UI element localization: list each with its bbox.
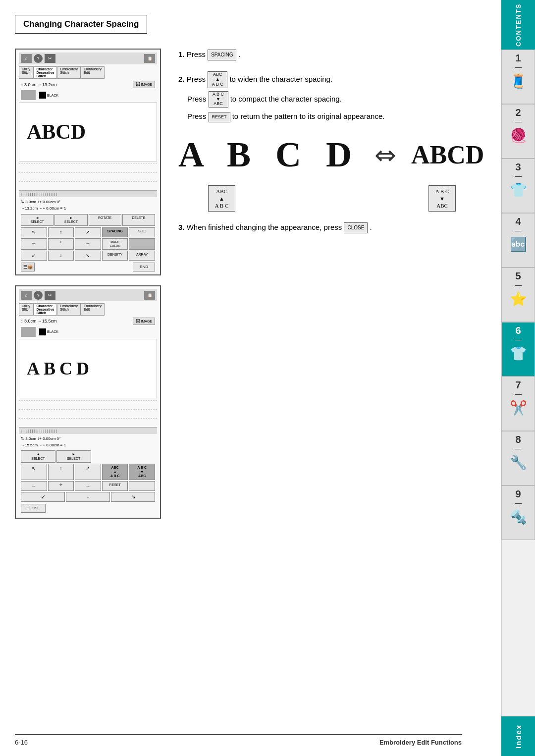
ms2-tab-character[interactable]: CharacterDecorativeStitch xyxy=(34,303,57,316)
ms2-btn-left[interactable]: ← xyxy=(21,481,47,491)
ms2-btn-down-left[interactable]: ↙ xyxy=(21,492,65,502)
ms2-preview: ABCD xyxy=(19,339,157,398)
step2-abc-widen-btn[interactable]: ABC▲A B C xyxy=(208,71,227,88)
ms1-btn-select-prev[interactable]: ◄SELECT xyxy=(21,214,54,226)
footer-title: Embroidery Edit Functions xyxy=(379,739,462,746)
ms2-tab-utility[interactable]: UtilityStitch xyxy=(19,303,34,316)
ms1-btn-row3: ← ✛ → MULTICOLOR xyxy=(19,238,157,249)
tab-7-icon: ✂️ xyxy=(510,400,527,416)
ms2-color-label: BLACK xyxy=(47,330,58,333)
spacing-diagram: A B C D ⇔ ABCD xyxy=(178,134,486,175)
ms2-btn-right[interactable]: → xyxy=(75,481,101,491)
ms1-btn-array[interactable]: ARRAY xyxy=(129,251,155,261)
ms1-tab-embroidery[interactable]: EmbroideryStitch xyxy=(57,66,81,79)
step1-spacing-btn[interactable]: SPACING xyxy=(208,50,236,60)
right-column: 1. Press SPACING . 2. Press ABC▲A B C to… xyxy=(178,49,486,519)
ms1-btn-up-left[interactable]: ↖ xyxy=(21,227,47,237)
ms2-btn-down-right[interactable]: ↘ xyxy=(111,492,155,502)
tab-2-icon: 🧶 xyxy=(510,127,527,144)
step3-close-btn[interactable]: CLOSE xyxy=(344,222,368,233)
ms2-btn-up[interactable]: ↑ xyxy=(48,464,74,480)
ms1-btn-down-right[interactable]: ↘ xyxy=(75,251,101,261)
section-heading: Changing Character Spacing xyxy=(15,15,147,34)
tab-2-number: 2 xyxy=(515,108,521,117)
ms1-image-btn[interactable]: 🖼 IMAGE xyxy=(133,81,155,88)
step1-text: Press xyxy=(187,50,206,58)
abc-buttons-diagram: ABC▲A B C A B C▼ABC xyxy=(208,185,456,212)
ms2-btn-up-right[interactable]: ↗ xyxy=(75,464,101,480)
ms1-btn-end[interactable]: END xyxy=(133,263,155,271)
tab-4-number: 4 xyxy=(515,216,521,226)
step2-pre2: Press xyxy=(187,95,209,103)
ms2-info-row: ↕ 3.0cm ↔15.5cm 🖼 IMAGE xyxy=(19,318,157,325)
ms2-btn-abc-widen[interactable]: ABC▲A B C xyxy=(102,464,128,480)
ms1-btn-down-left[interactable]: ↙ xyxy=(21,251,47,261)
ms1-params: ⇅ 3.0cm ↕+ 0.00cm 0° ↔13.2cm ↔+ 0.00cm ≡… xyxy=(19,199,157,212)
ms2-tab-embroidery[interactable]: EmbroideryStitch xyxy=(57,303,81,316)
tab-9-dash: — xyxy=(515,499,522,507)
step2-abc-compact-btn[interactable]: A B C▼ABC xyxy=(209,91,228,108)
ms2-btn-down[interactable]: ↓ xyxy=(66,492,110,502)
ms1-btn-spacing[interactable]: SPACING xyxy=(102,227,128,237)
tab-3-number: 3 xyxy=(515,162,521,172)
ms1-tab-character[interactable]: CharacterDecorativeStitch xyxy=(34,66,57,79)
tab-8[interactable]: 8 — 🔧 xyxy=(501,431,535,486)
step2-line1: 2. Press ABC▲A B C to widen the characte… xyxy=(178,71,486,88)
ms2-btn-select-prev[interactable]: ◄SELECT xyxy=(21,450,55,463)
ms2-btn-reset[interactable]: RESET xyxy=(102,481,128,491)
ms2-btn-close[interactable]: CLOSE xyxy=(21,504,46,513)
ms1-btn-size[interactable]: SIZE xyxy=(129,227,155,237)
ms2-preview-text: ABCD xyxy=(27,358,93,379)
contents-tab[interactable]: CONTENTS xyxy=(501,0,535,50)
ms1-btn-center[interactable]: ✛ xyxy=(48,238,74,249)
step2-reset-btn[interactable]: RESET xyxy=(209,112,230,122)
ms2-btn-abc-compact[interactable]: A B C▼ABC xyxy=(129,464,155,480)
ms1-btn-down[interactable]: ↓ xyxy=(48,251,74,261)
ms1-btn-left[interactable]: ← xyxy=(21,238,47,249)
ms2-btn-up-left[interactable]: ↖ xyxy=(21,464,47,480)
ms1-btn-row2: ↖ ↑ ↗ SPACING SIZE xyxy=(19,227,157,237)
tab-8-dash: — xyxy=(515,444,522,452)
tab-3[interactable]: 3 — 👕 xyxy=(501,159,535,213)
ms2-btn-empty xyxy=(129,481,155,491)
tab-5[interactable]: 5 — ⭐ xyxy=(501,268,535,322)
ms1-tab-utility[interactable]: UtilityStitch xyxy=(19,66,34,79)
tab-8-icon: 🔧 xyxy=(510,454,527,471)
tab-6-number: 6 xyxy=(515,325,521,335)
tab-4-dash: — xyxy=(515,226,522,234)
ms1-btn-density[interactable]: DENSITY xyxy=(102,251,128,261)
ms1-color-label: BLACK xyxy=(47,94,58,97)
tab-9[interactable]: 9 — 🔩 xyxy=(501,486,535,540)
ms1-btn-rotate[interactable]: ROTATE xyxy=(89,214,121,226)
ms1-tab-edit[interactable]: EmbroideryEdit xyxy=(81,66,105,79)
ms2-btn-center[interactable]: ✛ xyxy=(48,481,74,491)
ms2-color-swatch xyxy=(21,327,36,337)
ms2-btn-select-next[interactable]: ►SELECT xyxy=(56,450,91,463)
ms2-image-btn[interactable]: 🖼 IMAGE xyxy=(133,318,155,325)
ms2-icon-help: ? xyxy=(34,291,43,300)
tab-4[interactable]: 4 — 🔤 xyxy=(501,213,535,268)
ms1-line3 xyxy=(19,181,157,190)
contents-label: CONTENTS xyxy=(515,3,522,47)
ms2-toolbar: ⌂ ? ✂ 📋 xyxy=(19,289,157,301)
ms1-dimensions: ↕ 3.0cm ↔13.2cm xyxy=(21,82,57,87)
ms1-icon-book: 📋 xyxy=(144,54,155,63)
diagram-arrow: ⇔ xyxy=(374,140,396,170)
tab-2[interactable]: 2 — 🧶 xyxy=(501,104,535,159)
tab-7[interactable]: 7 — ✂️ xyxy=(501,377,535,431)
ms1-btn-right[interactable]: → xyxy=(75,238,101,249)
ms1-btn-multicolor[interactable]: MULTICOLOR xyxy=(102,238,128,249)
step3-text: When finished changing the appearance, p… xyxy=(187,223,342,231)
index-tab[interactable]: Index xyxy=(501,716,535,756)
tab-6[interactable]: 6 — 👕 xyxy=(501,322,535,377)
ms1-btn-delete[interactable]: DELETE xyxy=(122,214,155,226)
ms1-btn-up-right[interactable]: ↗ xyxy=(75,227,101,237)
tab-1[interactable]: 1 — 🧵 xyxy=(501,50,535,104)
ms1-bottom-row: ☰📦 END xyxy=(19,263,157,271)
heading-text: Changing Character Spacing xyxy=(23,19,139,29)
ms1-btn-select-next[interactable]: ►SELECT xyxy=(54,214,87,226)
ms1-color-swatch xyxy=(21,90,36,100)
ms1-btn-up[interactable]: ↑ xyxy=(48,227,74,237)
ms2-tab-edit[interactable]: EmbroideryEdit xyxy=(81,303,105,316)
ms1-color-indicator xyxy=(39,92,46,99)
